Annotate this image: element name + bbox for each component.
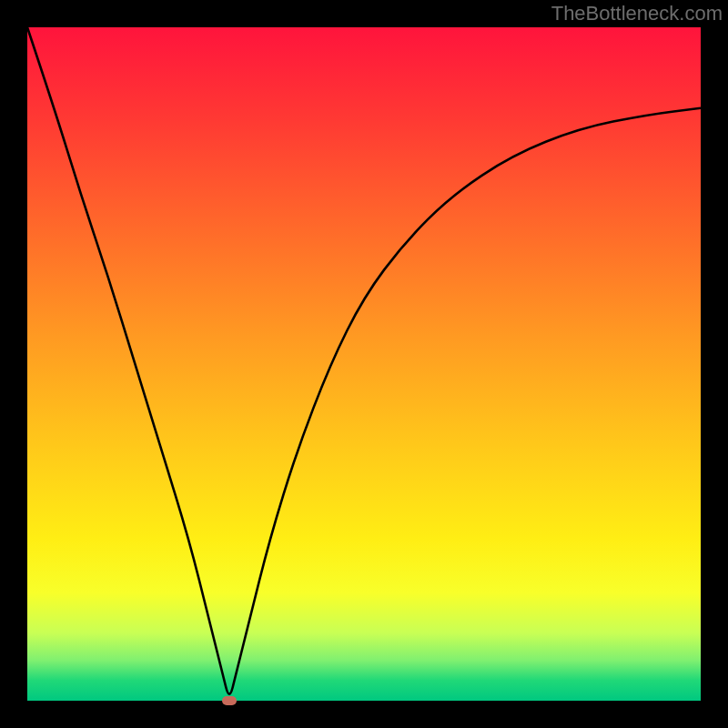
plot-area (27, 27, 701, 701)
watermark-text: TheBottleneck.com (551, 2, 723, 25)
minimum-marker (222, 696, 237, 705)
chart-root: TheBottleneck.com (0, 0, 728, 728)
curve-layer (27, 27, 701, 701)
bottleneck-curve (27, 27, 701, 694)
